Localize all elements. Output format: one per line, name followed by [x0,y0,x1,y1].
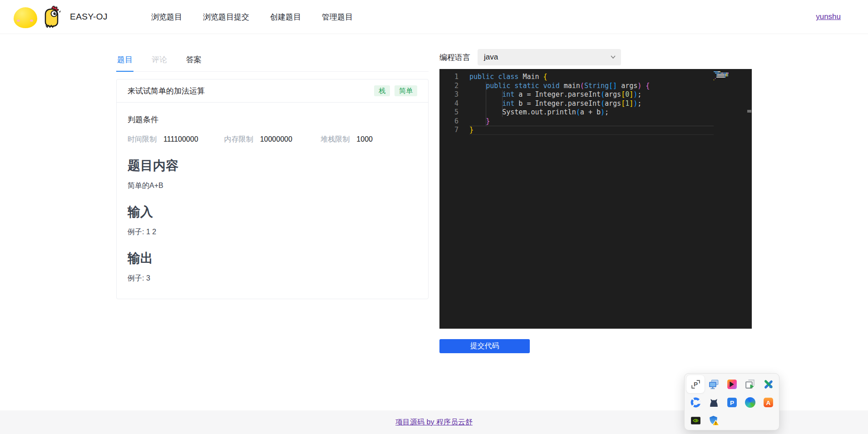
code-area: 1public class Main {2 public static void… [439,73,752,135]
svg-text:P: P [730,399,734,406]
pixpin-icon[interactable]: P [686,375,705,393]
minimap[interactable] [714,71,745,81]
minimap-line [714,78,745,79]
code-line-text: int a = Integer.parseInt(args[0]); [459,90,641,99]
nav-item-2[interactable]: 创建题目 [270,12,301,22]
limit-item: 堆栈限制1000 [321,135,417,144]
line-number: 1 [439,73,459,82]
code-line: 7} [439,126,752,135]
line-number: 3 [439,90,459,99]
c-blue-icon[interactable] [686,393,705,411]
svg-text:P: P [693,381,697,388]
problem-title: 来试试简单的加法运算 [128,86,205,96]
problem-card-body: 判题条件 时间限制111100000内存限制10000000堆栈限制1000 题… [117,103,428,299]
screen-capture-play-icon[interactable] [741,375,759,393]
tab-评论: 评论 [151,54,168,71]
a-orange-icon[interactable]: A [759,393,777,411]
line-number: 2 [439,82,459,91]
code-line: 3 int a = Integer.parseInt(args[0]); [439,90,752,99]
media-player-icon[interactable] [723,375,741,393]
code-editor[interactable]: 1public class Main {2 public static void… [439,69,752,329]
editor-panel: 编程语言 java 1public class Main {2 public s… [439,49,752,353]
code-line: 1public class Main { [439,73,752,82]
nvidia-icon[interactable] [686,411,705,429]
section-heading: 输出 [128,250,417,267]
code-line: 4 int b = Integer.parseInt(args[1]); [439,99,752,108]
problem-sections: 题目内容简单的A+B输入例子: 1 2输出例子: 3 [128,157,417,283]
nav-item-0[interactable]: 浏览题目 [151,12,182,22]
section-text: 简单的A+B [128,181,417,191]
language-selected-value: java [484,53,498,62]
footer-source-link[interactable]: 项目源码 by 程序员云舒 [395,418,473,427]
code-line: 5 System.out.println(a + b); [439,108,752,117]
defender-alert-icon[interactable] [705,411,723,429]
problem-tag: 栈 [374,85,390,96]
p-blue-icon[interactable]: P [723,393,741,411]
nav-menu: 浏览题目浏览题目提交创建题目管理题目 [151,12,353,22]
minimap-line [714,79,745,80]
tab-题目[interactable]: 题目 [116,54,133,72]
problem-panel: 题目评论答案 来试试简单的加法运算 栈简单 判题条件 时间限制111100000… [116,54,429,299]
line-number: 6 [439,117,459,126]
limit-item: 内存限制10000000 [224,135,321,144]
nav-item-3[interactable]: 管理题目 [322,12,353,22]
section-text: 例子: 3 [128,274,417,283]
code-line-text: int b = Integer.parseInt(args[1]); [459,99,641,108]
tab-bar: 题目评论答案 [116,54,429,72]
section-text: 例子: 1 2 [128,227,417,237]
section-heading: 题目内容 [128,157,417,174]
line-number: 7 [439,126,459,135]
code-line-text: System.out.println(a + b); [459,108,609,117]
limit-item: 时间限制111100000 [128,135,224,144]
limit-value: 10000000 [260,135,292,143]
limit-value: 111100000 [163,135,198,143]
code-line-text: public class Main { [459,73,547,82]
minimap-line [714,74,745,75]
minimap-line [714,73,745,74]
system-tray-flyout: P [684,373,779,430]
problem-card: 来试试简单的加法运算 栈简单 判题条件 时间限制111100000内存限制100… [116,79,429,299]
tab-答案[interactable]: 答案 [185,54,202,71]
chicken-logo-icon [38,5,63,29]
cat-app-icon[interactable] [705,393,723,411]
minimap-line [714,77,745,78]
line-number: 4 [439,99,459,108]
code-line: 6 } [439,117,752,126]
limits-row: 时间限制111100000内存限制10000000堆栈限制1000 [128,135,417,144]
user-link[interactable]: yunshu [816,12,841,21]
chevron-down-icon [611,55,616,59]
logo [14,5,63,29]
code-line: 2 public static void main(String[] args)… [439,82,752,91]
problem-tag: 简单 [395,85,417,96]
code-line-text: public static void main(String[] args) { [459,82,650,91]
submit-code-button[interactable]: 提交代码 [439,339,530,353]
language-label: 编程语言 [439,52,470,63]
scrollbar-marker[interactable] [747,110,751,113]
limit-label: 内存限制 [224,135,253,144]
limit-value: 1000 [356,135,373,143]
edge-browser-icon[interactable] [741,393,759,411]
egg-logo-icon [14,7,37,28]
problem-tags: 栈简单 [374,85,417,96]
svg-text:A: A [766,399,770,406]
x-colorful-icon[interactable] [759,375,777,393]
minimap-line [714,71,745,72]
limit-label: 时间限制 [128,135,157,144]
language-select[interactable]: java [478,49,621,65]
minimap-line [714,75,745,76]
limit-label: 堆栈限制 [321,135,350,144]
judge-conditions-title: 判题条件 [128,114,417,125]
brand-title: EASY-OJ [70,12,108,22]
dual-monitor-icon[interactable] [705,375,723,393]
code-line-text: } [459,126,473,135]
problem-card-header: 来试试简单的加法运算 栈简单 [117,79,428,103]
section-heading: 输入 [128,203,417,221]
code-line-text: } [459,117,490,126]
language-row: 编程语言 java [439,49,752,65]
navbar: EASY-OJ 浏览题目浏览题目提交创建题目管理题目 yunshu [0,0,868,34]
nav-item-1[interactable]: 浏览题目提交 [203,12,249,22]
line-number: 5 [439,108,459,117]
